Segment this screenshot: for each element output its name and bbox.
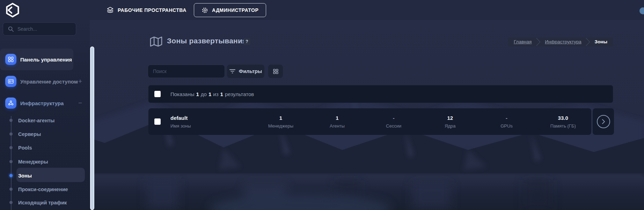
cell-label: Сессии xyxy=(386,123,401,129)
filter-icon xyxy=(229,69,235,74)
sidebar-item-label: Панель управления xyxy=(20,57,72,63)
summary-to: 1 xyxy=(208,91,211,97)
cell-value: - xyxy=(393,115,395,121)
select-all-checkbox[interactable] xyxy=(154,91,161,97)
zone-name-label: Имя зоны xyxy=(170,123,253,129)
user-avatar[interactable] xyxy=(639,7,644,14)
collapse-minus-icon[interactable]: − xyxy=(78,99,82,107)
sidebar-subitem-proxy[interactable]: Прокси-соединение xyxy=(0,182,90,196)
memory-cell: 33.0 Память (ГБ) xyxy=(535,115,591,129)
layers-icon xyxy=(107,6,114,14)
row-expand-button[interactable] xyxy=(593,108,614,135)
sidebar-item-label: Инфраструктура xyxy=(20,100,64,106)
cores-cell: 12 Ядра xyxy=(422,115,478,129)
help-badge[interactable]: ? xyxy=(243,38,250,45)
summary-word: до xyxy=(201,91,207,97)
sidebar-item-access[interactable]: Управление доступом + xyxy=(0,71,90,92)
sidebar-item-dashboard[interactable]: Панель управления xyxy=(0,49,73,70)
table-row[interactable]: default Имя зоны 1 Менеджеры 1 Агенты - … xyxy=(148,108,591,135)
search-icon xyxy=(8,26,14,32)
subitem-label: Pools xyxy=(18,145,32,151)
app-logo-icon[interactable] xyxy=(5,2,20,18)
filters-button[interactable]: Фильтры xyxy=(227,65,264,78)
bullet-dot xyxy=(9,188,13,191)
summary-word: из xyxy=(213,91,218,97)
cell-label: Ядра xyxy=(445,123,455,129)
cell-value: 1 xyxy=(279,115,282,121)
bullet-dot xyxy=(9,201,13,204)
cell-label: Память (ГБ) xyxy=(550,123,576,129)
id-card-icon xyxy=(5,76,16,87)
summary-word: Показаны xyxy=(170,91,194,97)
subitem-label: Прокси-соединение xyxy=(18,187,68,192)
cell-label: Менеджеры xyxy=(268,123,293,129)
chevron-separator-icon xyxy=(586,38,590,46)
zone-name-value: default xyxy=(170,115,253,121)
grid-view-icon xyxy=(273,68,279,74)
breadcrumb-home-link[interactable]: Главная xyxy=(514,39,532,44)
sidebar-subitem-docker-agents[interactable]: Docker-агенты xyxy=(0,114,90,127)
sidebar-item-infrastructure[interactable]: Инфраструктура − xyxy=(0,92,90,114)
workspaces-button[interactable]: РАБОЧИЕ ПРОСТРАНСТВА xyxy=(107,0,186,20)
sidebar-scrollbar[interactable] xyxy=(90,46,94,210)
sidebar-search xyxy=(3,22,76,36)
results-summary-text: Показаны 1 до 1 из 1 результатов xyxy=(170,91,254,97)
sidebar-item-label: Управление доступом xyxy=(20,79,78,85)
subitem-label: Docker-агенты xyxy=(18,118,54,123)
map-icon xyxy=(149,36,163,47)
bullet-dot xyxy=(9,160,13,163)
sessions-cell: - Сессии xyxy=(365,115,422,129)
sidebar-subitem-servers[interactable]: Серверы xyxy=(0,127,90,141)
cell-label: GPUs xyxy=(500,123,513,129)
table-search-input[interactable] xyxy=(148,65,225,78)
cell-value: 33.0 xyxy=(558,115,568,121)
sidebar-subitem-managers[interactable]: Менеджеры xyxy=(0,155,90,168)
cell-value: 1 xyxy=(336,115,338,121)
sidebar-subitem-pools[interactable]: Pools xyxy=(0,141,90,154)
sidebar-subitem-zones[interactable]: Зоны xyxy=(0,169,90,182)
subitem-label: Зоны xyxy=(18,173,32,179)
breadcrumb: Главная Инфраструктура Зоны xyxy=(508,37,613,46)
sidebar: Панель управления Управление доступом + … xyxy=(0,20,90,210)
cell-value: 12 xyxy=(447,115,453,121)
row-checkbox[interactable] xyxy=(154,118,161,125)
cell-label: Агенты xyxy=(330,123,345,129)
gpus-cell: - GPUs xyxy=(478,115,535,129)
bullet-dot xyxy=(9,146,13,149)
bullet-dot xyxy=(9,132,13,136)
filters-label: Фильтры xyxy=(239,68,262,74)
network-nodes-icon xyxy=(5,97,16,109)
administrator-label: АДМИНИСТРАТОР xyxy=(212,7,258,13)
subitem-label: Менеджеры xyxy=(18,159,48,165)
expand-plus-icon[interactable]: + xyxy=(78,78,82,85)
sidebar-search-input[interactable] xyxy=(14,26,84,32)
bullet-dot xyxy=(9,119,13,122)
dashboard-grid-icon xyxy=(5,54,16,65)
page-title: Зоны развертывания xyxy=(167,37,247,45)
chevron-separator-icon xyxy=(536,38,541,46)
gear-icon xyxy=(202,7,208,14)
app-window: РАБОЧИЕ ПРОСТРАНСТВА АДМИНИСТРАТОР xyxy=(0,0,644,210)
zone-name-cell: default Имя зоны xyxy=(170,115,253,129)
sidebar-subitem-egress[interactable]: Исходящий трафик xyxy=(0,196,90,209)
grid-view-button[interactable] xyxy=(268,65,283,78)
administrator-button[interactable]: АДМИНИСТРАТОР xyxy=(194,3,266,17)
agents-cell: 1 Агенты xyxy=(309,115,366,129)
managers-cell: 1 Менеджеры xyxy=(253,115,309,129)
breadcrumb-current: Зоны xyxy=(595,39,607,44)
top-bar: РАБОЧИЕ ПРОСТРАНСТВА АДМИНИСТРАТОР xyxy=(0,0,644,20)
subitem-label: Серверы xyxy=(18,131,41,137)
summary-from: 1 xyxy=(196,91,199,97)
bullet-dot xyxy=(9,174,13,177)
breadcrumb-infrastructure-link[interactable]: Инфраструктура xyxy=(545,39,581,44)
results-summary-bar: Показаны 1 до 1 из 1 результатов xyxy=(148,85,613,103)
summary-total: 1 xyxy=(220,91,223,97)
subitem-label: Исходящий трафик xyxy=(18,200,67,205)
chevron-right-icon xyxy=(597,115,610,128)
summary-word: результатов xyxy=(225,91,254,97)
cell-value: - xyxy=(506,115,507,121)
workspaces-label: РАБОЧИЕ ПРОСТРАНСТВА xyxy=(118,7,186,13)
